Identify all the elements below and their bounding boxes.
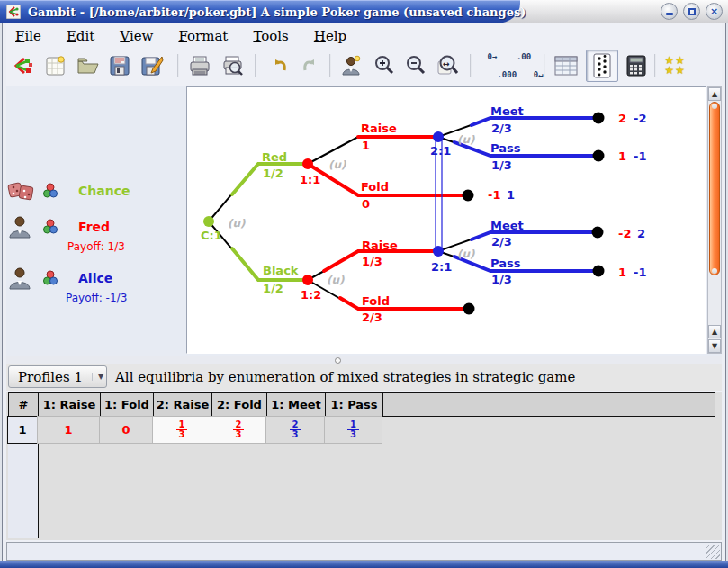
profiles-dropdown[interactable]: Profiles 1 ▼ <box>8 365 107 388</box>
edit-player-icon[interactable] <box>339 52 364 79</box>
branch-prob-pass2: 1/3 <box>491 273 512 286</box>
menu-help[interactable]: Help <box>305 26 355 46</box>
extensive-view-icon[interactable] <box>586 50 618 82</box>
window-border-right <box>722 23 728 568</box>
payoff-pass2-p1: 1 <box>618 266 626 279</box>
game-tree-canvas[interactable]: C:1 (u) 1:1 (u) 1:2 (u) 2:1 (u) 2:1 (u) … <box>186 86 706 354</box>
maximize-icon <box>688 8 696 15</box>
splitter-sash[interactable] <box>0 356 728 364</box>
menu-format[interactable]: Format <box>169 26 237 46</box>
node-label-root: C:1 <box>201 229 222 242</box>
payoff-meet2-p1: -2 <box>618 227 631 240</box>
zoom-out-icon[interactable] <box>403 52 428 79</box>
minimize-button[interactable] <box>661 3 678 20</box>
tree-vertical-scrollbar[interactable]: ▲ ▲ ▼ <box>707 86 722 354</box>
profiles-dropdown-label: Profiles 1 <box>18 369 83 385</box>
table-header-row: # 1: Raise 1: Fold 2: Raise 2: Fold 1: M… <box>8 392 715 417</box>
branch-prob-meet1: 2/3 <box>491 122 512 135</box>
terminal-meet1[interactable] <box>593 113 605 124</box>
col-header-fold1: 1: Fold <box>100 392 154 417</box>
zoom-fit-icon[interactable]: ↔ <box>436 52 461 79</box>
player-name-chance[interactable]: Chance <box>78 184 130 198</box>
terminal-fold1[interactable] <box>463 190 474 202</box>
gambit-logo-icon[interactable] <box>11 52 36 79</box>
cell-row-index[interactable]: 1 <box>7 416 38 444</box>
player-name-fred[interactable]: Fred <box>78 220 110 234</box>
open-file-icon[interactable] <box>76 52 101 79</box>
node-1-1[interactable] <box>302 158 313 169</box>
terminal-meet2[interactable] <box>592 227 604 239</box>
close-button[interactable]: × <box>706 3 723 20</box>
terminal-pass1[interactable] <box>593 150 605 162</box>
titlebar-tab: Gambit - [/home/arbiter/poker.gbt] A sim… <box>0 0 520 23</box>
increase-decimals-icon[interactable]: 0→ .000 <box>480 52 505 79</box>
scroll-down-button[interactable]: ▼ <box>708 339 721 353</box>
cell-pass[interactable]: 13 <box>324 416 382 444</box>
fit-arrows-glyph: ↔ <box>443 59 450 68</box>
print-preview-icon[interactable] <box>220 52 246 79</box>
node-chance-root[interactable] <box>203 216 214 227</box>
menu-edit[interactable]: Edit <box>58 26 103 46</box>
branch-prob-black: 1/2 <box>263 282 283 295</box>
resize-grip[interactable] <box>706 545 720 559</box>
new-game-icon[interactable] <box>43 52 68 79</box>
maximize-button[interactable] <box>683 3 700 20</box>
scrollbar-thumb[interactable] <box>709 102 720 275</box>
node-label-2-1-bottom: 2:1 <box>431 260 452 274</box>
payoff-fold1-p2: 1 <box>507 188 515 202</box>
player-row-fred[interactable]: Fred <box>6 215 110 239</box>
print-icon[interactable] <box>187 52 212 79</box>
player-name-alice[interactable]: Alice <box>78 271 112 285</box>
branch-label-black: Black <box>263 264 299 277</box>
cell-fold2[interactable]: 23 <box>211 416 266 444</box>
dec-add-top: 0→ <box>488 52 498 61</box>
titlebar[interactable]: Gambit - [/home/arbiter/poker.gbt] A sim… <box>0 0 728 23</box>
dec-sub-bottom: 0↵ <box>534 70 544 79</box>
menu-tools[interactable]: Tools <box>244 26 297 46</box>
terminal-pass2[interactable] <box>593 266 605 277</box>
branch-label-meet1: Meet <box>490 104 524 118</box>
node-2-1-top[interactable] <box>433 131 444 142</box>
redo-icon[interactable] <box>298 52 323 79</box>
cell-raise1[interactable]: 1 <box>37 416 100 444</box>
menu-file[interactable]: File <box>6 26 50 46</box>
terminal-fold2[interactable] <box>463 303 475 315</box>
undo-icon[interactable] <box>266 52 292 79</box>
gambit-window: Gambit - [/home/arbiter/poker.gbt] A sim… <box>0 0 728 568</box>
payoff-pass1-p2: -1 <box>634 149 646 163</box>
col-header-pass: 1: Pass <box>325 392 383 417</box>
player-panel: Chance Fred Payoff: 1/3 <box>6 86 186 356</box>
fred-payoff: Payoff: 1/3 <box>67 240 125 253</box>
strategic-view-icon[interactable] <box>553 52 579 79</box>
col-header-raise1: 1: Raise <box>38 392 101 417</box>
toolbar: ↔ 0→ .000 .00 0↵ <box>6 47 722 85</box>
menubar: File Edit View Format Tools Help <box>6 24 722 47</box>
scroll-up-button[interactable]: ▲ <box>708 87 721 101</box>
cell-meet[interactable]: 23 <box>265 416 325 444</box>
node-1-2[interactable] <box>302 275 313 285</box>
main-area: Chance Fred Payoff: 1/3 <box>0 86 728 356</box>
scroll-up-button-2[interactable]: ▲ <box>708 325 721 338</box>
col-header-index: # <box>8 392 39 417</box>
person-icon <box>6 266 37 290</box>
save-icon[interactable] <box>107 52 132 79</box>
close-icon: × <box>710 5 718 17</box>
player-color-balls-icon <box>42 183 58 199</box>
node-label-1-1: 1:1 <box>300 173 320 186</box>
save-as-icon[interactable] <box>139 52 165 79</box>
decrease-decimals-icon[interactable]: .00 0↵ <box>511 52 536 79</box>
menu-view[interactable]: View <box>111 26 162 46</box>
compute-equilibria-icon[interactable] <box>624 52 649 79</box>
toolbar-separator <box>544 54 545 77</box>
zoom-in-icon[interactable] <box>372 52 397 79</box>
cell-fold1[interactable]: 0 <box>99 416 153 444</box>
col-header-filler <box>382 392 715 417</box>
sash-handle-icon[interactable] <box>335 357 341 364</box>
node-2-1-bottom[interactable] <box>433 246 444 257</box>
toolbar-separator <box>654 54 656 77</box>
player-row-alice[interactable]: Alice <box>6 266 112 290</box>
cell-raise2[interactable]: 13 <box>152 416 211 444</box>
qre-stars-icon[interactable]: ★★ ★★ <box>662 52 688 79</box>
player-row-chance[interactable]: Chance <box>6 178 130 203</box>
node-label-1-2: 1:2 <box>301 288 321 302</box>
